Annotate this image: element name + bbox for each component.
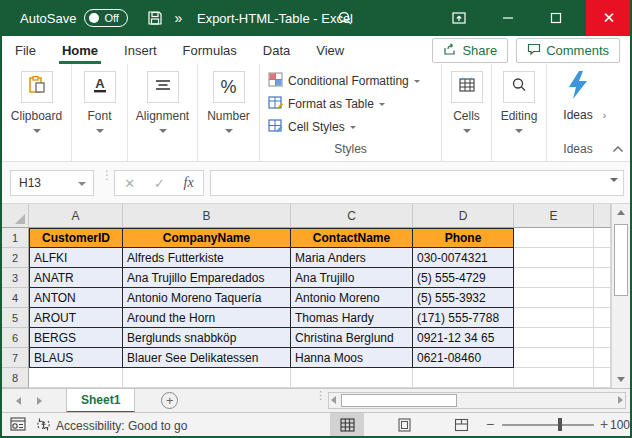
formula-bar-expand-chevron[interactable] bbox=[610, 178, 618, 182]
search-icon[interactable] bbox=[332, 5, 358, 31]
tab-home[interactable]: Home bbox=[49, 37, 111, 64]
tab-formulas[interactable]: Formulas bbox=[170, 37, 250, 64]
clipboard-button[interactable] bbox=[21, 71, 53, 103]
cell-d8[interactable] bbox=[413, 368, 514, 388]
editing-dropdown-chevron[interactable] bbox=[515, 129, 523, 133]
cancel-icon[interactable]: ✕ bbox=[124, 176, 135, 191]
cell-e2[interactable] bbox=[514, 248, 594, 268]
formula-input[interactable] bbox=[210, 170, 624, 196]
font-button[interactable]: A bbox=[84, 71, 116, 103]
horizontal-scrollbar[interactable] bbox=[328, 392, 626, 409]
cell-c5[interactable]: Thomas Hardy bbox=[291, 308, 413, 328]
sheet-prev-arrow[interactable] bbox=[16, 397, 21, 405]
row-header-4[interactable]: 4 bbox=[2, 288, 29, 308]
tab-view[interactable]: View bbox=[303, 37, 357, 64]
scroll-left-arrow[interactable] bbox=[331, 396, 336, 404]
cell-e3[interactable] bbox=[514, 268, 594, 288]
cell-d6[interactable]: 0921-12 34 65 bbox=[413, 328, 514, 348]
cell-b6[interactable]: Berglunds snabbköp bbox=[123, 328, 291, 348]
column-header-partial[interactable] bbox=[594, 204, 611, 228]
save-icon[interactable] bbox=[142, 5, 168, 31]
ideas-button[interactable] bbox=[565, 70, 591, 104]
zoom-slider-track[interactable] bbox=[502, 424, 594, 426]
cell-f7[interactable] bbox=[594, 348, 611, 368]
cell-b7[interactable]: Blauer See Delikatessen bbox=[123, 348, 291, 368]
row-header-5[interactable]: 5 bbox=[2, 308, 29, 328]
tab-insert[interactable]: Insert bbox=[111, 37, 170, 64]
cell-e1[interactable] bbox=[514, 228, 594, 248]
column-header-b[interactable]: B bbox=[123, 204, 291, 228]
clipboard-dropdown-chevron[interactable] bbox=[33, 129, 41, 133]
conditional-formatting-button[interactable]: Conditional Formatting bbox=[268, 72, 420, 90]
sheet-next-arrow[interactable] bbox=[37, 397, 42, 405]
select-all-corner[interactable] bbox=[2, 204, 29, 228]
cell-e4[interactable] bbox=[514, 288, 594, 308]
cell-c8[interactable] bbox=[291, 368, 413, 388]
insert-function-icon[interactable]: fx bbox=[184, 175, 194, 191]
scroll-right-arrow[interactable] bbox=[618, 396, 623, 404]
cell-c7[interactable]: Hanna Moos bbox=[291, 348, 413, 368]
editing-button[interactable] bbox=[503, 71, 535, 103]
cell-d7[interactable]: 0621-08460 bbox=[413, 348, 514, 368]
cell-a4[interactable]: ANTON bbox=[29, 288, 123, 308]
cell-f8[interactable] bbox=[594, 368, 611, 388]
cell-d2[interactable]: 030-0074321 bbox=[413, 248, 514, 268]
cell-c2[interactable]: Maria Anders bbox=[291, 248, 413, 268]
table-header-companyname[interactable]: CompanyName bbox=[123, 228, 291, 248]
cell-b4[interactable]: Antonio Moreno Taquería bbox=[123, 288, 291, 308]
row-header-3[interactable]: 3 bbox=[2, 268, 29, 288]
zoom-level[interactable]: 100% bbox=[610, 418, 632, 432]
cell-f3[interactable] bbox=[594, 268, 611, 288]
zoom-in-button[interactable]: + bbox=[600, 416, 608, 432]
normal-view-button[interactable] bbox=[330, 413, 364, 436]
autosave-toggle[interactable]: Off bbox=[84, 9, 128, 27]
cell-d4[interactable]: (5) 555-3932 bbox=[413, 288, 514, 308]
font-dropdown-chevron[interactable] bbox=[96, 129, 104, 133]
scroll-down-arrow[interactable] bbox=[612, 371, 630, 388]
cell-b3[interactable]: Ana Trujillo Emparedados bbox=[123, 268, 291, 288]
cell-d3[interactable]: (5) 555-4729 bbox=[413, 268, 514, 288]
column-header-d[interactable]: D bbox=[413, 204, 514, 228]
cell-f1[interactable] bbox=[594, 228, 611, 248]
cell-a2[interactable]: ALFKI bbox=[29, 248, 123, 268]
row-header-2[interactable]: 2 bbox=[2, 248, 29, 268]
page-layout-view-button[interactable] bbox=[387, 413, 421, 436]
new-sheet-button[interactable]: + bbox=[161, 392, 178, 409]
column-header-a[interactable]: A bbox=[29, 204, 123, 228]
cell-e8[interactable] bbox=[514, 368, 594, 388]
minimize-button[interactable] bbox=[495, 5, 521, 31]
cell-b8[interactable] bbox=[123, 368, 291, 388]
ideas-pane-launcher[interactable]: › bbox=[603, 110, 606, 121]
number-dropdown-chevron[interactable] bbox=[225, 129, 233, 133]
table-header-contactname[interactable]: ContactName bbox=[291, 228, 413, 248]
zoom-out-button[interactable]: − bbox=[486, 416, 494, 432]
row-header-6[interactable]: 6 bbox=[2, 328, 29, 348]
sheet-tab-sheet1[interactable]: Sheet1 bbox=[66, 389, 135, 413]
column-header-c[interactable]: C bbox=[291, 204, 413, 228]
cell-c6[interactable]: Christina Berglund bbox=[291, 328, 413, 348]
cell-f5[interactable] bbox=[594, 308, 611, 328]
cells-button[interactable] bbox=[451, 71, 483, 103]
name-box[interactable]: H13 bbox=[10, 170, 94, 196]
cell-a5[interactable]: AROUT bbox=[29, 308, 123, 328]
column-header-e[interactable]: E bbox=[514, 204, 594, 228]
row-header-1[interactable]: 1 bbox=[2, 228, 29, 248]
comments-button[interactable]: Comments bbox=[516, 38, 620, 63]
close-button[interactable]: ✕ bbox=[586, 0, 632, 36]
cell-c3[interactable]: Ana Trujillo bbox=[291, 268, 413, 288]
cell-d5[interactable]: (171) 555-7788 bbox=[413, 308, 514, 328]
table-header-phone[interactable]: Phone bbox=[413, 228, 514, 248]
cell-styles-button[interactable]: Cell Styles bbox=[268, 118, 420, 136]
format-as-table-button[interactable]: Format as Table bbox=[268, 95, 420, 113]
page-break-preview-button[interactable] bbox=[444, 413, 478, 436]
cell-e5[interactable] bbox=[514, 308, 594, 328]
vertical-scroll-thumb[interactable] bbox=[614, 224, 628, 296]
cell-a6[interactable]: BERGS bbox=[29, 328, 123, 348]
row-header-7[interactable]: 7 bbox=[2, 348, 29, 368]
ribbon-display-options-icon[interactable] bbox=[446, 5, 472, 31]
cell-b5[interactable]: Around the Horn bbox=[123, 308, 291, 328]
cell-b2[interactable]: Alfreds Futterkiste bbox=[123, 248, 291, 268]
horizontal-scroll-thumb[interactable] bbox=[341, 394, 457, 407]
cells-dropdown-chevron[interactable] bbox=[463, 129, 471, 133]
cell-e7[interactable] bbox=[514, 348, 594, 368]
